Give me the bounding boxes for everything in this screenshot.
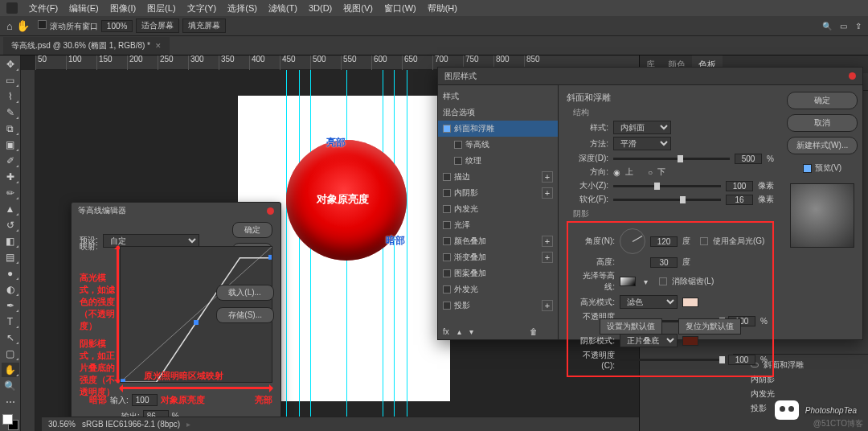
path-select-tool[interactable]: ↖	[2, 330, 19, 345]
move-tool[interactable]: ✥	[2, 57, 19, 72]
guide[interactable]	[394, 70, 395, 431]
menu-file[interactable]: 文件(F)	[24, 1, 63, 16]
zoom-status[interactable]: 30.56%	[48, 420, 76, 429]
zoom-tool[interactable]: 🔍	[2, 379, 19, 393]
heal-tool[interactable]: ✚	[2, 170, 19, 184]
quick-select-tool[interactable]: ✎	[2, 105, 19, 120]
save-button[interactable]: 存储(S)...	[216, 307, 274, 323]
menu-3d[interactable]: 3D(D)	[304, 2, 337, 14]
guide[interactable]	[407, 70, 407, 431]
shadow-mode-select[interactable]: 正片叠底	[620, 334, 678, 347]
angle-input[interactable]	[650, 236, 678, 247]
down-icon[interactable]: ▾	[469, 327, 473, 336]
reset-default-button[interactable]: 复位为默认值	[678, 318, 741, 335]
item-texture[interactable]: 纹理	[438, 153, 558, 169]
search-icon[interactable]: 🔍	[822, 22, 832, 31]
ok-button[interactable]: 确定	[232, 222, 272, 238]
dir-up-radio[interactable]: ◉	[613, 168, 620, 177]
shadow-color-swatch[interactable]	[682, 336, 698, 346]
depth-input[interactable]	[735, 154, 762, 164]
load-button[interactable]: 载入(L)...	[216, 285, 274, 301]
frame-tool[interactable]: ▣	[2, 138, 19, 152]
contour-editor-dialog[interactable]: 等高线编辑器 预设:自定 确定 取消 映射: 高光模式，如滤色的强度（不透明度）…	[71, 202, 281, 427]
item-drop-shadow[interactable]: 投影+	[438, 298, 558, 314]
eyedropper-tool[interactable]: ✐	[2, 154, 19, 168]
item-stroke[interactable]: 描边+	[438, 169, 558, 185]
depth-slider[interactable]	[613, 158, 730, 160]
soften-input[interactable]	[726, 195, 753, 205]
ok-button[interactable]: 确定	[787, 92, 858, 109]
size-input[interactable]	[726, 181, 753, 191]
crop-tool[interactable]: ⧉	[2, 121, 19, 136]
menu-type[interactable]: 文字(Y)	[182, 1, 222, 16]
item-styles[interactable]: 样式	[438, 88, 558, 105]
close-icon[interactable]	[849, 72, 856, 80]
dir-down-radio[interactable]: ○	[648, 168, 653, 177]
hand-tool[interactable]: ✋	[2, 363, 19, 377]
antialias-checkbox[interactable]	[659, 277, 667, 285]
guide[interactable]	[286, 70, 287, 431]
close-icon[interactable]	[267, 207, 274, 215]
hand-tool-icon[interactable]: ✋	[16, 19, 30, 32]
scroll-all-checkbox[interactable]	[38, 20, 47, 29]
item-inner-shadow[interactable]: 内阴影+	[438, 185, 558, 201]
guide[interactable]	[310, 70, 311, 431]
pen-tool[interactable]: ✒	[2, 298, 19, 313]
item-satin[interactable]: 光泽	[438, 217, 558, 233]
make-default-button[interactable]: 设置为默认值	[600, 318, 662, 335]
menu-select[interactable]: 选择(S)	[223, 1, 262, 16]
stamp-tool[interactable]: ▲	[2, 202, 19, 216]
angle-dial[interactable]	[620, 228, 645, 254]
history-brush-tool[interactable]: ↺	[2, 218, 19, 232]
item-pattern-overlay[interactable]: 图案叠加	[438, 265, 558, 281]
altitude-input[interactable]	[650, 257, 678, 268]
guide[interactable]	[383, 70, 383, 431]
fx-inner-glow[interactable]: 内发光	[739, 387, 862, 401]
close-tab-icon[interactable]: ✕	[155, 42, 162, 50]
layer-style-dialog[interactable]: 图层样式 样式 混合选项 斜面和浮雕 等高线 纹理 描边+ 内阴影+ 内发光 光…	[437, 67, 863, 340]
shape-tool[interactable]: ▢	[2, 347, 19, 361]
type-tool[interactable]: T	[2, 314, 19, 329]
item-gradient-overlay[interactable]: 渐变叠加+	[438, 249, 558, 265]
guide[interactable]	[299, 70, 300, 431]
up-icon[interactable]: ▴	[457, 327, 461, 336]
trash-icon[interactable]: 🗑	[530, 327, 538, 336]
marquee-tool[interactable]: ▭	[2, 73, 19, 88]
menu-filter[interactable]: 滤镜(T)	[264, 1, 302, 16]
menu-layer[interactable]: 图层(L)	[142, 1, 180, 16]
item-inner-glow[interactable]: 内发光	[438, 201, 558, 217]
preview-checkbox[interactable]	[803, 164, 812, 173]
item-bevel[interactable]: 斜面和浮雕	[438, 121, 558, 137]
item-outer-glow[interactable]: 外发光	[438, 281, 558, 298]
menu-help[interactable]: 帮助(H)	[423, 1, 462, 16]
home-icon[interactable]: ⌂	[6, 20, 13, 32]
eraser-tool[interactable]: ◧	[2, 234, 19, 248]
dodge-tool[interactable]: ◐	[2, 282, 19, 297]
menu-window[interactable]: 窗口(W)	[379, 1, 421, 16]
item-blend[interactable]: 混合选项	[438, 105, 558, 121]
menu-view[interactable]: 视图(V)	[338, 1, 378, 16]
input-field[interactable]	[132, 394, 158, 406]
lasso-tool[interactable]: ⌇	[2, 89, 19, 104]
brush-tool[interactable]: ✏	[2, 186, 19, 200]
edit-toolbar[interactable]: ⋯	[2, 395, 19, 409]
gradient-tool[interactable]: ▤	[2, 250, 19, 265]
document-tab[interactable]: 等高线.psd @ 30.6% (椭圆 1, RGB/8) *✕	[3, 37, 170, 55]
global-light-checkbox[interactable]	[700, 237, 708, 245]
shadow-opacity-slider[interactable]	[620, 359, 723, 361]
method-select[interactable]: 平滑	[613, 137, 671, 150]
fit-screen-button[interactable]: 适合屏幕	[136, 18, 179, 33]
blur-tool[interactable]: ●	[2, 266, 19, 281]
cancel-button[interactable]: 取消	[787, 114, 858, 132]
shadow-opacity-input[interactable]	[728, 355, 755, 365]
highlight-color-swatch[interactable]	[682, 298, 698, 307]
highlight-mode-select[interactable]: 滤色	[620, 295, 678, 309]
item-color-overlay[interactable]: 颜色叠加+	[438, 233, 558, 249]
menu-edit[interactable]: 编辑(E)	[64, 1, 104, 16]
profile-status[interactable]: sRGB IEC61966-2.1 (8bpc)	[82, 420, 180, 429]
soften-slider[interactable]	[613, 199, 721, 201]
arrange-icon[interactable]: ▭	[840, 22, 847, 31]
gloss-contour-picker[interactable]	[620, 277, 636, 286]
style-select[interactable]: 内斜面	[613, 121, 671, 134]
item-contour[interactable]: 等高线	[438, 137, 558, 153]
